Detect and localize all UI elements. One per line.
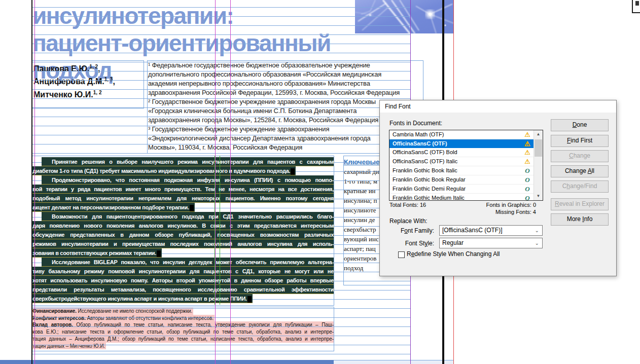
opentype-icon: O xyxy=(523,194,531,201)
baseline-grid-line xyxy=(32,34,410,35)
abstract-line: режимов инсулинотерапии и преимуществам … xyxy=(32,239,334,248)
font-list-item[interactable]: OfficinaSansC (OTF) Italic⚠ xyxy=(389,157,543,166)
font-family-select[interactable]: [OfficinaSansC (OTF)] ⌄ xyxy=(439,225,543,236)
font-list-item[interactable]: Franklin Gothic Book ItalicO xyxy=(389,166,543,175)
fonts-in-document-label: Fonts in Document: xyxy=(389,120,442,127)
baseline-grid-line xyxy=(32,7,410,8)
bottom-light-band xyxy=(334,360,454,364)
scroll-up-icon[interactable]: ▲ xyxy=(534,130,543,138)
cropped-panel xyxy=(632,0,640,13)
text-frame-column-edge xyxy=(220,156,220,305)
redefine-style-label: Redefine Style When Changing All xyxy=(407,250,500,258)
total-fonts-label: Total Fonts: 16 xyxy=(389,202,426,208)
opentype-icon: O xyxy=(523,166,531,175)
font-list-rows: Cambria Math (OTF)⚠OfficinaSansC (OTF)⚠O… xyxy=(389,130,543,201)
font-list[interactable]: Cambria Math (OTF)⚠OfficinaSansC (OTF)⚠O… xyxy=(389,130,543,201)
abstract-line: Принятие решения о выборе наилучшего реж… xyxy=(42,157,334,166)
dialog-titlebar[interactable]: Find Font xyxy=(380,100,616,113)
dialog-title: Find Font xyxy=(385,103,411,110)
cropped-panel-icon xyxy=(635,1,639,6)
abstract-line: зования в соответствующих режимах терапи… xyxy=(32,248,162,258)
chevron-down-icon: ⌄ xyxy=(535,226,539,235)
reveal-button: Reveal in Explorer xyxy=(551,198,609,210)
font-list-item[interactable]: Cambria Math (OTF)⚠ xyxy=(389,130,543,139)
font-style-label: Font Style: xyxy=(385,240,434,247)
authors-frame-edge xyxy=(32,60,144,108)
font-list-item[interactable]: OfficinaSansC (OTF) Bold⚠ xyxy=(389,148,543,157)
abstract-line: диабетом 1-го типа (СД1) требует максима… xyxy=(32,166,296,175)
abstract-block[interactable]: Принятие решения о выборе наилучшего реж… xyxy=(32,157,334,303)
abstract-line: Возможности для пациентоцентрированного … xyxy=(42,212,334,221)
abstract-line: вой терапии у ряда пациентов имеет много… xyxy=(32,185,334,194)
opentype-icon: O xyxy=(523,185,531,193)
font-family-value: [OfficinaSansC (OTF)] xyxy=(442,227,502,234)
text-frame-column-edge xyxy=(215,156,215,305)
abstract-line: хотят использовать инсулиновую помпу. Ав… xyxy=(32,276,334,285)
more-info-button[interactable]: More Info xyxy=(551,213,609,226)
next-section-band xyxy=(0,360,334,364)
scroll-down-icon[interactable]: ▼ xyxy=(534,192,543,200)
baseline-grid-line xyxy=(32,44,410,44)
missing-font-warning-icon: ⚠ xyxy=(523,130,531,139)
column-guide xyxy=(215,0,216,364)
abstract-line: представили результаты метаанализа, посв… xyxy=(32,285,334,294)
done-button[interactable]: Done xyxy=(551,119,609,131)
fonts-in-graphics-label: Fonts in Graphics: 0 xyxy=(445,202,536,208)
footer-frame-edge xyxy=(32,307,334,351)
missing-font-warning-icon: ⚠ xyxy=(523,148,531,157)
font-list-item[interactable]: Franklin Gothic Book RegularO xyxy=(389,175,543,185)
abstract-paragraph: Продемонстрировано, что постоянная подко… xyxy=(32,175,334,212)
opentype-icon: O xyxy=(523,175,531,184)
abstract-line: тиву базальному режиму помповой инсулино… xyxy=(32,267,334,276)
abstract-paragraph: Возможности для пациентоцентрированного … xyxy=(32,212,334,258)
font-family-label: Font Family: xyxy=(385,227,434,234)
find-first-button[interactable]: Find First xyxy=(551,135,609,147)
missing-font-warning-icon: ⚠ xyxy=(523,139,531,148)
missing-fonts-label: Missing Fonts: 4 xyxy=(445,209,536,215)
font-list-item[interactable]: Franklin Gothic Demi RegularO xyxy=(389,185,543,194)
abstract-line: Исследование BIGLEAP показало, что инсул… xyxy=(42,258,334,267)
scrollbar-thumb[interactable] xyxy=(535,139,542,157)
baseline-grid-line xyxy=(32,53,410,53)
abstract-paragraph: Исследование BIGLEAP показало, что инсул… xyxy=(32,258,334,303)
change-all-button[interactable]: Change All xyxy=(551,165,609,177)
baseline-grid-line xyxy=(32,25,410,26)
baseline-grid-line xyxy=(32,16,410,17)
baseline-grid-line xyxy=(32,354,410,354)
missing-font-warning-icon: ⚠ xyxy=(523,157,531,166)
font-list-scrollbar[interactable]: ▲ ▼ xyxy=(534,130,543,200)
replace-with-label: Replace With: xyxy=(389,217,428,225)
margin-guide xyxy=(34,0,35,364)
change-find-button: Change/Find xyxy=(551,180,609,193)
abstract-line: акцент делают на персонализированном под… xyxy=(32,203,195,212)
font-list-item[interactable]: OfficinaSansC (OTF)⚠ xyxy=(389,139,543,148)
font-style-value: Regular xyxy=(442,239,464,246)
chevron-down-icon: ⌄ xyxy=(535,238,539,248)
column-guide xyxy=(230,0,231,364)
change-button: Change xyxy=(551,150,609,162)
abstract-paragraph: Принятие решения о выборе наилучшего реж… xyxy=(32,157,334,175)
indesign-pasteboard: инсулинотерапии: пациент-ориентированный… xyxy=(0,0,640,364)
find-font-dialog: Find Font Fonts in Document: Cambria Mat… xyxy=(379,100,617,276)
abstract-line: подобный метод инсулинотерапии неприемле… xyxy=(32,194,334,203)
font-style-select[interactable]: Regular ⌄ xyxy=(439,238,543,248)
page-left-edge xyxy=(31,0,32,364)
redefine-style-checkbox[interactable] xyxy=(398,251,405,258)
abstract-line: Продемонстрировано, что постоянная подко… xyxy=(42,175,334,185)
abstract-line: даря появлению нового поколения аналогов… xyxy=(32,221,334,230)
font-list-item[interactable]: Franklin Gothic Medium ItalicO xyxy=(389,194,543,201)
abstract-line: обсуждение представленных в данном обзор… xyxy=(32,230,334,239)
